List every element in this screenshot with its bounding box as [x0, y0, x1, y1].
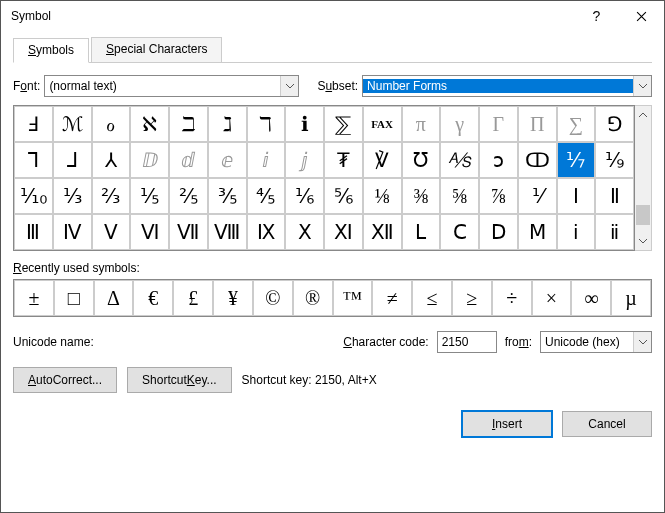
symbol-cell[interactable]: ⅈ	[247, 142, 286, 178]
recent-cell[interactable]: Δ	[94, 280, 134, 316]
recent-grid[interactable]: ±□Δ€£¥©®™≠≤≥÷×∞µ	[13, 279, 652, 317]
symbol-cell[interactable]: ℴ	[92, 106, 131, 142]
shortcut-key-button[interactable]: Shortcut Key...	[127, 367, 232, 393]
symbol-cell[interactable]: ⅞	[479, 178, 518, 214]
symbol-cell[interactable]: ↄ	[479, 142, 518, 178]
cancel-button[interactable]: Cancel	[562, 411, 652, 437]
symbol-cell[interactable]: ⅒	[14, 178, 53, 214]
subset-combo[interactable]: Number Forms	[362, 75, 652, 97]
scroll-down-icon[interactable]	[635, 233, 651, 250]
autocorrect-button[interactable]: AutoCorrect...	[13, 367, 117, 393]
symbol-cell[interactable]: Ⅴ	[92, 214, 131, 250]
symbol-cell[interactable]: ℷ	[208, 106, 247, 142]
symbol-cell[interactable]: Ⅿ	[518, 214, 557, 250]
symbol-cell[interactable]: Ⅼ	[402, 214, 441, 250]
symbol-cell[interactable]: ℵ	[130, 106, 169, 142]
symbol-cell[interactable]: ⅛	[363, 178, 402, 214]
symbol-cell[interactable]: ⅅ	[130, 142, 169, 178]
symbol-cell[interactable]: ⅕	[130, 178, 169, 214]
symbol-cell[interactable]: Ⅶ	[169, 214, 208, 250]
symbol-cell[interactable]: ⅙	[285, 178, 324, 214]
symbol-cell[interactable]: ⅇ	[208, 142, 247, 178]
symbol-cell[interactable]: Ⅵ	[130, 214, 169, 250]
symbol-cell[interactable]: Ⅺ	[324, 214, 363, 250]
title-bar: Symbol ?	[1, 1, 664, 31]
symbol-cell[interactable]: ℣	[363, 142, 402, 178]
recent-cell[interactable]: £	[173, 280, 213, 316]
symbol-cell[interactable]: Ⅲ	[14, 214, 53, 250]
scroll-up-icon[interactable]	[635, 106, 651, 123]
symbol-cell[interactable]: ⅔	[92, 178, 131, 214]
symbol-cell[interactable]: ℳ	[53, 106, 92, 142]
recent-cell[interactable]: ≠	[372, 280, 412, 316]
recent-cell[interactable]: €	[133, 280, 173, 316]
symbol-cell[interactable]: Ⅾ	[479, 214, 518, 250]
symbol-cell[interactable]: FAX	[363, 106, 402, 142]
tab-symbols[interactable]: Symbols	[13, 38, 89, 63]
symbol-cell[interactable]: ℧	[402, 142, 441, 178]
symbol-cell[interactable]: Ⅎ	[14, 106, 53, 142]
insert-button[interactable]: Insert	[462, 411, 552, 437]
symbol-cell[interactable]: Ⅰ	[557, 178, 596, 214]
symbol-cell[interactable]: π	[402, 106, 441, 142]
recent-cell[interactable]: ¥	[213, 280, 253, 316]
symbol-cell[interactable]: ⅃	[53, 142, 92, 178]
symbol-cell[interactable]: ⅀	[324, 106, 363, 142]
scroll-thumb[interactable]	[636, 205, 650, 225]
from-combo[interactable]: Unicode (hex)	[540, 331, 652, 353]
recent-cell[interactable]: ∞	[571, 280, 611, 316]
scroll-track[interactable]	[635, 123, 651, 233]
symbol-cell[interactable]: γ	[440, 106, 479, 142]
recent-cell[interactable]: ®	[293, 280, 333, 316]
symbol-cell[interactable]: Ⅷ	[208, 214, 247, 250]
symbol-cell[interactable]: ⅆ	[169, 142, 208, 178]
symbol-cell[interactable]: ⅄	[92, 142, 131, 178]
symbol-cell[interactable]: Ⅳ	[53, 214, 92, 250]
symbol-cell[interactable]: ⅍	[440, 142, 479, 178]
recent-cell[interactable]: ™	[333, 280, 373, 316]
symbol-cell[interactable]: Ⅽ	[440, 214, 479, 250]
recent-cell[interactable]: ×	[532, 280, 572, 316]
symbol-cell[interactable]: ⅰ	[557, 214, 596, 250]
symbol-cell[interactable]: ⅓	[53, 178, 92, 214]
symbol-cell[interactable]: ⅘	[247, 178, 286, 214]
symbol-cell[interactable]: ℶ	[169, 106, 208, 142]
symbol-cell[interactable]: ⅝	[440, 178, 479, 214]
symbol-cell[interactable]: ⅂	[14, 142, 53, 178]
grid-scrollbar[interactable]	[635, 105, 652, 251]
symbol-cell[interactable]: ⅐	[557, 142, 596, 178]
recent-cell[interactable]: ©	[253, 280, 293, 316]
symbol-cell[interactable]: ⅖	[169, 178, 208, 214]
symbol-cell[interactable]: Ⅱ	[595, 178, 634, 214]
help-button[interactable]: ?	[574, 1, 619, 31]
symbol-cell[interactable]: ⅜	[402, 178, 441, 214]
recent-cell[interactable]: ≥	[452, 280, 492, 316]
recent-cell[interactable]: ≤	[412, 280, 452, 316]
symbol-cell[interactable]: ⅉ	[285, 142, 324, 178]
symbol-cell[interactable]: Γ	[479, 106, 518, 142]
symbol-cell[interactable]: ⅗	[208, 178, 247, 214]
symbol-cell[interactable]: ⅟	[518, 178, 557, 214]
symbol-cell[interactable]: ⅑	[595, 142, 634, 178]
recent-cell[interactable]: □	[54, 280, 94, 316]
tab-special-characters[interactable]: Special Characters	[91, 37, 222, 62]
font-combo[interactable]: (normal text)	[44, 75, 299, 97]
recent-cell[interactable]: µ	[611, 280, 651, 316]
symbol-cell[interactable]: ↀ	[518, 142, 557, 178]
symbol-cell[interactable]: ∑	[557, 106, 596, 142]
symbol-cell[interactable]: Ⅹ	[285, 214, 324, 250]
symbol-cell[interactable]: Ⅻ	[363, 214, 402, 250]
symbol-cell[interactable]: Ⅸ	[247, 214, 286, 250]
recent-cell[interactable]: ±	[14, 280, 54, 316]
symbol-cell[interactable]: ⅁	[595, 106, 634, 142]
symbol-cell[interactable]: Π	[518, 106, 557, 142]
close-button[interactable]	[619, 1, 664, 31]
recent-cell[interactable]: ÷	[492, 280, 532, 316]
charcode-input[interactable]: 2150	[437, 331, 497, 353]
symbol-cell[interactable]: ℸ	[247, 106, 286, 142]
symbol-cell[interactable]: ⅱ	[595, 214, 634, 250]
symbol-cell[interactable]: ⅚	[324, 178, 363, 214]
symbol-cell[interactable]: ℹ	[285, 106, 324, 142]
symbol-grid[interactable]: Ⅎℳℴℵℶℷℸℹ⅀FAXπγΓΠ∑⅁⅂⅃⅄ⅅⅆⅇⅈⅉ₮℣℧⅍ↄↀ⅐⅑⅒⅓⅔⅕⅖⅗…	[13, 105, 635, 251]
symbol-cell[interactable]: ₮	[324, 142, 363, 178]
